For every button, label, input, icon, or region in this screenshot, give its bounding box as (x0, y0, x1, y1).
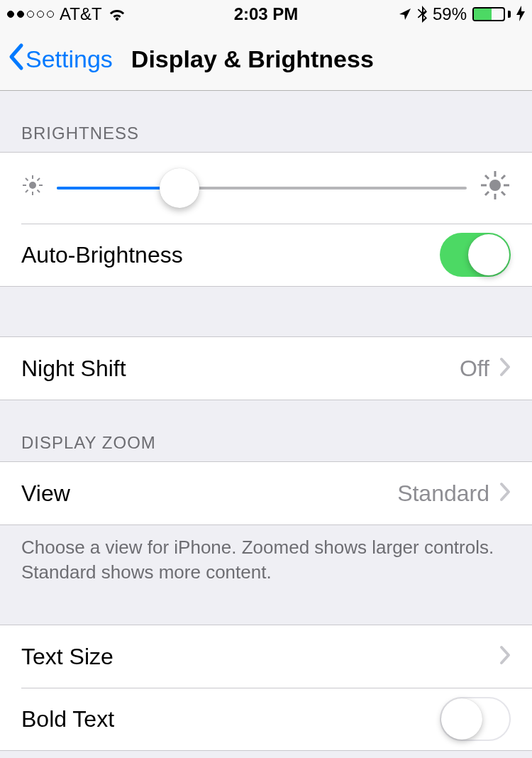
svg-line-6 (38, 190, 40, 193)
night-shift-value: Off (460, 356, 489, 382)
chevron-right-icon (499, 643, 511, 671)
page-title: Display & Brightness (113, 45, 374, 73)
charging-icon (516, 6, 525, 23)
svg-line-15 (501, 192, 505, 195)
group-text: Text Size Bold Text (0, 625, 532, 751)
status-bar: AT&T 2:03 PM 59% (0, 0, 532, 28)
group-brightness: Auto-Brightness (0, 152, 532, 287)
status-left: AT&T (7, 4, 126, 24)
auto-brightness-switch[interactable] (440, 233, 511, 277)
back-button[interactable]: Settings (0, 43, 113, 76)
svg-line-16 (485, 192, 489, 195)
display-zoom-footer: Choose a view for iPhone. Zoomed shows l… (0, 525, 532, 592)
battery-percent: 59% (433, 4, 467, 24)
content: BRIGHTNESS Auto-Brightness Night (0, 91, 532, 751)
battery-icon (472, 7, 511, 21)
location-arrow-icon (399, 8, 411, 21)
sun-min-icon (21, 174, 44, 202)
bold-text-row: Bold Text (0, 688, 532, 750)
view-label: View (21, 480, 397, 507)
bold-text-switch[interactable] (440, 697, 511, 741)
svg-line-5 (26, 178, 28, 181)
night-shift-row[interactable]: Night Shift Off (0, 337, 532, 400)
signal-strength-icon (7, 11, 54, 18)
brightness-slider[interactable] (57, 187, 467, 190)
section-header-display-zoom: DISPLAY ZOOM (0, 400, 532, 461)
chevron-right-icon (499, 355, 511, 383)
bluetooth-icon (417, 6, 427, 23)
nav-bar: Settings Display & Brightness (0, 28, 532, 91)
night-shift-label: Night Shift (21, 356, 460, 382)
chevron-right-icon (499, 480, 511, 507)
slider-thumb[interactable] (160, 168, 199, 208)
bold-text-label: Bold Text (21, 706, 440, 732)
auto-brightness-label: Auto-Brightness (21, 242, 440, 268)
view-value: Standard (397, 480, 489, 507)
group-display-zoom: View Standard (0, 461, 532, 525)
svg-line-7 (26, 190, 28, 193)
chevron-left-icon (7, 43, 24, 76)
back-label: Settings (26, 45, 113, 73)
text-size-row[interactable]: Text Size (0, 625, 532, 688)
wifi-icon (108, 7, 126, 21)
text-size-label: Text Size (21, 644, 499, 670)
svg-line-17 (501, 175, 505, 179)
sun-max-icon (480, 170, 511, 207)
svg-point-9 (489, 180, 501, 191)
view-row[interactable]: View Standard (0, 462, 532, 524)
brightness-slider-row (0, 153, 532, 224)
svg-line-8 (38, 178, 40, 181)
svg-point-0 (29, 182, 36, 189)
carrier-label: AT&T (60, 4, 102, 24)
svg-line-14 (485, 175, 489, 179)
auto-brightness-row: Auto-Brightness (0, 224, 532, 286)
status-right: 59% (399, 4, 525, 24)
section-header-brightness: BRIGHTNESS (0, 91, 532, 152)
group-night-shift: Night Shift Off (0, 336, 532, 400)
